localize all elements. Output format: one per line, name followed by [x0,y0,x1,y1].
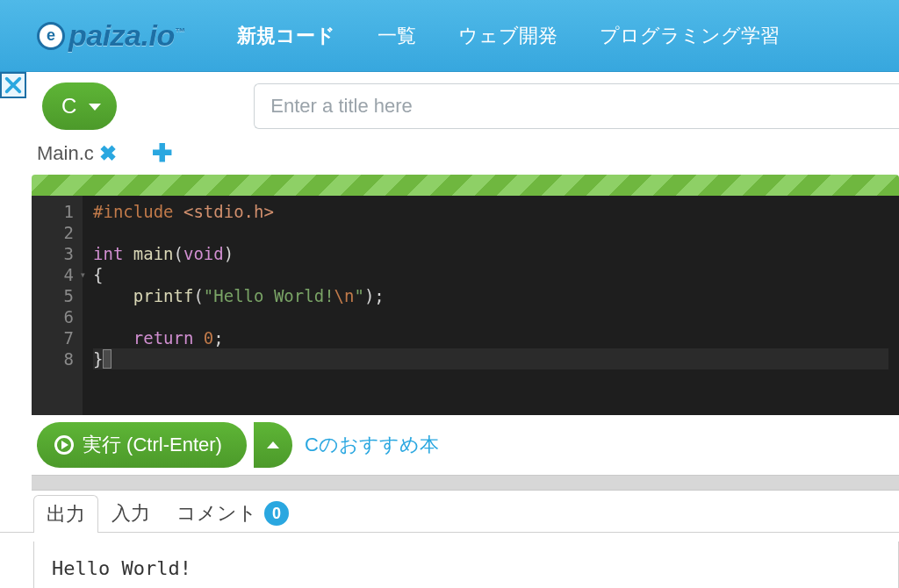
file-tab-label: Main.c [37,142,94,165]
bottom-tabs: 出力 入力 コメント 0 [0,491,899,533]
run-row: 実行 (Ctrl-Enter) Cのおすすめ本 [0,415,899,475]
file-tabs: Main.c ✖ ✚ [0,130,899,175]
title-input[interactable] [254,83,899,129]
header-bar: e paiza.io™ 新規コード 一覧 ウェブ開発 プログラミング学習 [0,0,899,72]
recommend-books-link[interactable]: Cのおすすめ本 [305,432,439,458]
file-tab-main[interactable]: Main.c ✖ [37,141,117,166]
chevron-down-icon [89,104,101,111]
chevron-up-icon [267,441,279,448]
add-file-button[interactable]: ✚ [152,139,172,168]
close-panel-button[interactable] [0,72,26,98]
logo-text: paiza.io™ [68,18,184,53]
tab-output[interactable]: 出力 [33,495,98,533]
logo-mark-icon: e [37,22,65,50]
output-text: Hello World! [52,557,191,579]
play-icon [54,435,74,455]
editor-container: 12345678 #include <stdio.h>int main(void… [0,175,899,415]
tab-comment-label: コメント [176,500,257,527]
run-options-button[interactable] [254,422,292,468]
code-editor[interactable]: 12345678 #include <stdio.h>int main(void… [32,196,899,415]
logo[interactable]: e paiza.io™ [37,18,184,53]
toolbar-row: C [0,72,899,130]
run-button-label: 実行 (Ctrl-Enter) [83,432,222,458]
output-panel: Hello World! [33,541,899,588]
language-selector[interactable]: C [42,82,117,130]
nav-web-dev[interactable]: ウェブ開発 [458,23,557,49]
line-gutter: 12345678 [32,196,83,415]
nav-learning[interactable]: プログラミング学習 [600,23,780,49]
tab-input-label: 入力 [111,500,150,527]
run-button[interactable]: 実行 (Ctrl-Enter) [37,422,247,468]
code-area[interactable]: #include <stdio.h>int main(void){ printf… [83,196,899,415]
tab-output-label: 出力 [47,501,85,527]
main-nav: 新規コード 一覧 ウェブ開発 プログラミング学習 [237,23,780,49]
tab-input[interactable]: 入力 [98,494,163,532]
tab-comment[interactable]: コメント 0 [163,494,302,532]
editor-stripe-decor [32,175,899,196]
nav-list[interactable]: 一覧 [378,23,416,49]
file-close-icon[interactable]: ✖ [99,141,117,166]
language-label: C [61,94,76,118]
nav-new-code[interactable]: 新規コード [237,23,335,49]
comment-count-badge: 0 [264,501,289,526]
close-icon [4,75,23,95]
panel-divider[interactable] [32,475,899,491]
